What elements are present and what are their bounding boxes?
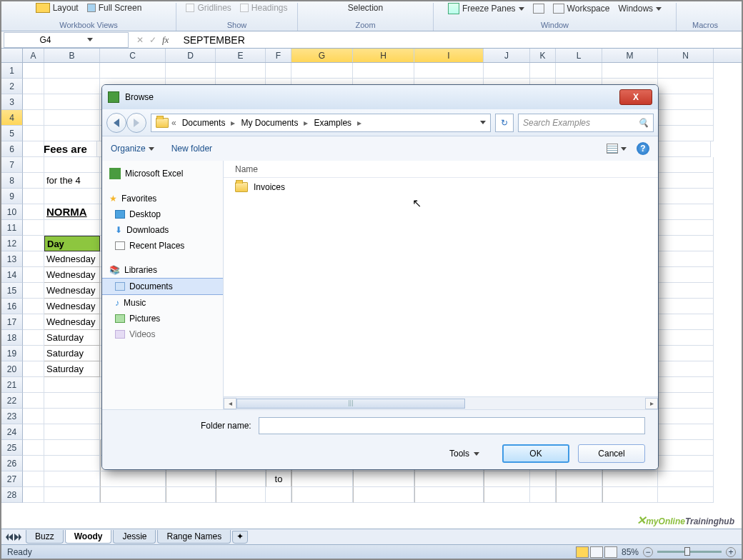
file-list[interactable]: Name Invoices ↖ ◂ ||| ▸ [224, 161, 658, 409]
cell[interactable] [658, 63, 714, 79]
cell[interactable]: Day [44, 236, 100, 251]
formula-input[interactable] [174, 34, 308, 46]
horizontal-scrollbar[interactable]: ◂ ||| ▸ [224, 396, 658, 409]
chevron-down-icon[interactable] [87, 38, 93, 41]
colhead-I[interactable]: I [414, 49, 484, 62]
rowhead[interactable]: 8 [1, 173, 23, 189]
cell[interactable] [291, 63, 353, 79]
zoom-selection[interactable]: Selection [348, 3, 383, 13]
cell[interactable]: NORMA [44, 204, 100, 220]
rowhead[interactable]: 17 [1, 314, 23, 330]
tree-item-desktop[interactable]: Desktop [102, 206, 223, 222]
cell[interactable]: to [266, 471, 291, 487]
cell[interactable] [658, 361, 714, 377]
cell[interactable] [266, 63, 291, 79]
refresh-button[interactable]: ↻ [495, 114, 514, 132]
breadcrumb-item[interactable]: Examples [311, 118, 354, 128]
rowhead[interactable]: 21 [1, 377, 23, 393]
tree-item-libraries[interactable]: 📚Libraries [102, 262, 223, 278]
cell[interactable] [658, 330, 714, 346]
cell[interactable]: for the 4 [44, 173, 100, 189]
rowhead[interactable]: 1 [1, 63, 23, 79]
cell[interactable] [658, 456, 714, 471]
cell[interactable] [658, 126, 714, 141]
fx-icon[interactable]: fx [162, 34, 169, 46]
cell[interactable] [484, 487, 530, 503]
cell[interactable] [23, 94, 44, 110]
cell[interactable] [658, 409, 714, 424]
cell[interactable] [266, 487, 291, 503]
cell[interactable] [23, 314, 44, 330]
cell[interactable] [100, 471, 166, 487]
view-options-button[interactable] [607, 144, 627, 154]
cell[interactable] [658, 299, 714, 314]
cell[interactable] [658, 251, 714, 267]
cell[interactable] [291, 471, 353, 487]
cell[interactable] [44, 63, 100, 79]
cell[interactable] [23, 220, 44, 236]
cell[interactable] [602, 63, 658, 79]
cell[interactable] [602, 487, 658, 503]
cell[interactable] [44, 94, 100, 110]
colhead-L[interactable]: L [556, 49, 602, 62]
help-button[interactable]: ? [637, 142, 649, 155]
tree-item-documents[interactable]: Documents [102, 278, 223, 295]
cancel-button[interactable]: Cancel [578, 444, 645, 463]
sheet-tab[interactable]: Range Names [157, 530, 231, 544]
cell[interactable] [166, 487, 216, 503]
sheet-tab[interactable]: Woody [65, 530, 112, 544]
cell[interactable] [530, 471, 556, 487]
rowhead[interactable]: 23 [1, 409, 23, 424]
cell[interactable] [658, 424, 714, 440]
cell[interactable] [44, 393, 100, 409]
rowhead[interactable]: 18 [1, 330, 23, 346]
tree-item-music[interactable]: ♪Music [102, 295, 223, 311]
rowhead[interactable]: 2 [1, 79, 23, 94]
fullscreen-button[interactable]: Full Screen [87, 3, 142, 13]
cell[interactable] [23, 126, 44, 141]
rowhead[interactable]: 11 [1, 220, 23, 236]
colhead-G[interactable]: G [291, 49, 353, 62]
colhead-B[interactable]: B [44, 49, 100, 62]
rowhead[interactable]: 10 [1, 204, 23, 220]
tools-dropdown[interactable]: Tools [449, 449, 479, 459]
cell[interactable] [44, 424, 100, 440]
cell[interactable] [23, 63, 44, 79]
cell[interactable] [658, 440, 714, 456]
cell[interactable] [44, 110, 100, 126]
rowhead[interactable]: 15 [1, 283, 23, 299]
cell[interactable]: Wednesday [44, 299, 100, 314]
cell[interactable] [23, 299, 44, 314]
cell[interactable] [658, 157, 714, 173]
colhead-E[interactable]: E [216, 49, 266, 62]
cell[interactable] [658, 236, 714, 251]
rowhead[interactable]: 4 [1, 110, 23, 126]
windows-button[interactable]: Windows [618, 4, 662, 14]
split-button[interactable] [533, 4, 544, 14]
cell[interactable] [530, 487, 556, 503]
cell[interactable] [23, 346, 44, 361]
colhead-A[interactable]: A [23, 49, 44, 62]
view-pagebreak-button[interactable] [604, 546, 617, 558]
cell[interactable] [23, 377, 44, 393]
zoom-slider[interactable] [657, 551, 722, 553]
cell[interactable]: Saturday [44, 346, 100, 361]
cancel-icon[interactable]: ✕ [136, 35, 144, 45]
rowhead[interactable]: 9 [1, 189, 23, 204]
colhead-J[interactable]: J [484, 49, 530, 62]
cell[interactable]: Wednesday [44, 314, 100, 330]
select-all-corner[interactable] [1, 49, 23, 62]
nav-back-button[interactable] [106, 113, 126, 133]
zoom-in-button[interactable]: + [726, 547, 736, 557]
cell[interactable] [23, 471, 44, 487]
cell[interactable] [658, 283, 714, 299]
cell[interactable] [291, 487, 353, 503]
folder-name-input[interactable] [259, 417, 645, 434]
freeze-panes-button[interactable]: Freeze Panes [448, 3, 524, 14]
cell[interactable] [44, 440, 100, 456]
tree-item-videos[interactable]: Videos [102, 326, 223, 342]
cell[interactable]: Saturday [44, 361, 100, 377]
cell[interactable] [23, 456, 44, 471]
cell[interactable] [530, 63, 556, 79]
organize-button[interactable]: Organize [111, 144, 154, 154]
